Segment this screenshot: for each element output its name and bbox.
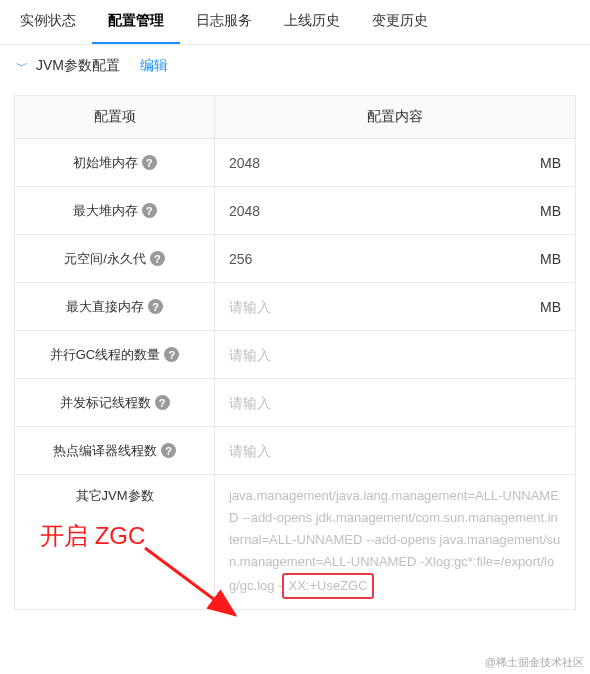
edit-link[interactable]: 编辑 — [140, 57, 168, 75]
config-input[interactable] — [215, 143, 575, 183]
config-input[interactable] — [215, 431, 575, 471]
jvm-params-textarea[interactable]: java.management/java.lang.management=ALL… — [215, 475, 575, 609]
row-label: 并行GC线程的数量? — [15, 331, 215, 378]
row-content — [215, 331, 575, 378]
header-content: 配置内容 — [215, 96, 575, 138]
tab-1[interactable]: 配置管理 — [92, 0, 180, 44]
unit-label: MB — [540, 251, 561, 267]
tab-3[interactable]: 上线历史 — [268, 0, 356, 44]
row-label: 元空间/永久代? — [15, 235, 215, 282]
table-row: 并发标记线程数? — [14, 379, 576, 427]
unit-label: MB — [540, 299, 561, 315]
config-input[interactable] — [215, 383, 575, 423]
config-input[interactable] — [215, 287, 575, 327]
help-icon[interactable]: ? — [155, 395, 170, 410]
row-label: 初始堆内存? — [15, 139, 215, 186]
tab-4[interactable]: 变更历史 — [356, 0, 444, 44]
help-icon[interactable]: ? — [142, 203, 157, 218]
header-label: 配置项 — [15, 96, 215, 138]
row-content — [215, 427, 575, 474]
table-row: 并行GC线程的数量? — [14, 331, 576, 379]
row-label: 并发标记线程数? — [15, 379, 215, 426]
table-row: 其它JVM参数 java.management/java.lang.manage… — [14, 475, 576, 610]
table-row: 最大堆内存?MB — [14, 187, 576, 235]
table-row: 热点编译器线程数? — [14, 427, 576, 475]
row-content — [215, 379, 575, 426]
table-header: 配置项 配置内容 — [14, 95, 576, 139]
highlighted-param: XX:+UseZGC — [282, 573, 373, 599]
row-content-other: java.management/java.lang.management=ALL… — [215, 475, 575, 609]
row-content: MB — [215, 283, 575, 330]
row-content: MB — [215, 187, 575, 234]
row-label: 最大直接内存? — [15, 283, 215, 330]
row-label-other: 其它JVM参数 — [15, 475, 215, 609]
tab-0[interactable]: 实例状态 — [4, 0, 92, 44]
chevron-down-icon[interactable]: ﹀ — [16, 58, 28, 75]
config-input[interactable] — [215, 191, 575, 231]
unit-label: MB — [540, 155, 561, 171]
row-content: MB — [215, 235, 575, 282]
help-icon[interactable]: ? — [164, 347, 179, 362]
row-content: MB — [215, 139, 575, 186]
tab-bar: 实例状态配置管理日志服务上线历史变更历史 — [0, 0, 590, 45]
table-row: 初始堆内存?MB — [14, 139, 576, 187]
config-input[interactable] — [215, 335, 575, 375]
row-label: 最大堆内存? — [15, 187, 215, 234]
panel-title: JVM参数配置 — [36, 57, 120, 75]
config-input[interactable] — [215, 239, 575, 279]
help-icon[interactable]: ? — [161, 443, 176, 458]
row-label: 热点编译器线程数? — [15, 427, 215, 474]
panel-header: ﹀ JVM参数配置 编辑 — [0, 45, 590, 87]
help-icon[interactable]: ? — [148, 299, 163, 314]
table-row: 最大直接内存?MB — [14, 283, 576, 331]
unit-label: MB — [540, 203, 561, 219]
table-row: 元空间/永久代?MB — [14, 235, 576, 283]
help-icon[interactable]: ? — [150, 251, 165, 266]
help-icon[interactable]: ? — [142, 155, 157, 170]
tab-2[interactable]: 日志服务 — [180, 0, 268, 44]
watermark: @稀土掘金技术社区 — [485, 655, 584, 670]
config-table: 配置项 配置内容 初始堆内存?MB最大堆内存?MB元空间/永久代?MB最大直接内… — [14, 95, 576, 610]
jvm-params-text: java.management/java.lang.management=ALL… — [229, 488, 560, 593]
